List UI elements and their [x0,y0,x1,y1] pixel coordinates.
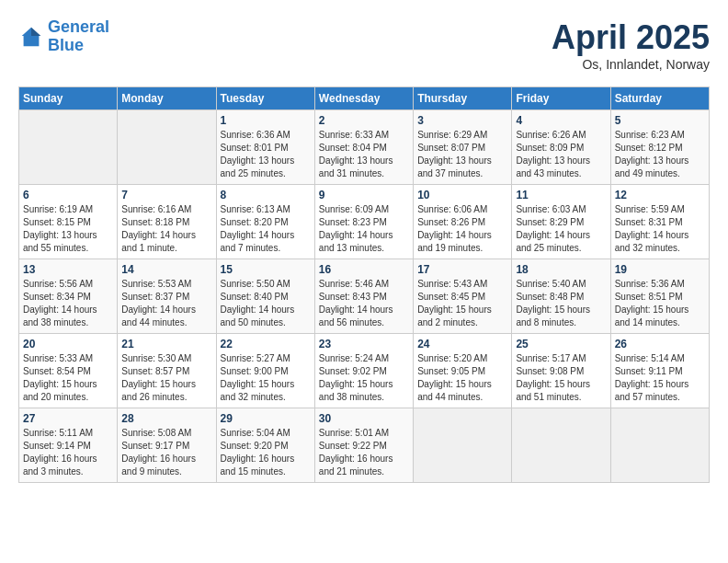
calendar-day [19,110,118,185]
day-info: Sunrise: 5:36 AM Sunset: 8:51 PM Dayligh… [615,278,705,329]
calendar-week-3: 13Sunrise: 5:56 AM Sunset: 8:34 PM Dayli… [19,259,710,334]
calendar-day: 26Sunrise: 5:14 AM Sunset: 9:11 PM Dayli… [610,334,709,408]
calendar-day [414,408,512,483]
logo-general: General [48,17,109,36]
calendar-day: 12Sunrise: 5:59 AM Sunset: 8:31 PM Dayli… [610,185,709,259]
day-number: 20 [23,338,113,350]
day-info: Sunrise: 5:53 AM Sunset: 8:37 PM Dayligh… [121,278,211,329]
day-info: Sunrise: 6:26 AM Sunset: 8:09 PM Dayligh… [516,129,606,180]
day-number: 19 [615,263,705,276]
day-info: Sunrise: 6:06 AM Sunset: 8:26 PM Dayligh… [417,203,507,255]
calendar-day: 27Sunrise: 5:11 AM Sunset: 9:14 PM Dayli… [19,408,118,483]
day-info: Sunrise: 6:16 AM Sunset: 8:18 PM Dayligh… [121,203,211,255]
day-info: Sunrise: 5:50 AM Sunset: 8:40 PM Dayligh… [221,278,311,329]
weekday-header-saturday: Saturday [610,87,709,110]
day-number: 5 [615,114,705,127]
calendar-day: 13Sunrise: 5:56 AM Sunset: 8:34 PM Dayli… [19,259,118,334]
day-info: Sunrise: 5:59 AM Sunset: 8:31 PM Dayligh… [615,203,705,255]
calendar-day: 22Sunrise: 5:27 AM Sunset: 9:00 PM Dayli… [216,334,314,408]
weekday-header-friday: Friday [512,87,610,110]
calendar-table: SundayMondayTuesdayWednesdayThursdayFrid… [18,86,710,483]
calendar-day: 2Sunrise: 6:33 AM Sunset: 8:04 PM Daylig… [314,110,413,185]
weekday-header-monday: Monday [118,87,216,110]
weekday-header-row: SundayMondayTuesdayWednesdayThursdayFrid… [19,87,710,110]
day-number: 14 [121,263,211,276]
day-info: Sunrise: 6:13 AM Sunset: 8:20 PM Dayligh… [221,203,311,255]
calendar-week-4: 20Sunrise: 5:33 AM Sunset: 8:54 PM Dayli… [19,334,710,408]
calendar-day: 14Sunrise: 5:53 AM Sunset: 8:37 PM Dayli… [118,259,216,334]
day-info: Sunrise: 5:24 AM Sunset: 9:02 PM Dayligh… [319,352,409,404]
calendar-day: 10Sunrise: 6:06 AM Sunset: 8:26 PM Dayli… [414,185,512,259]
calendar-day [118,110,216,185]
day-info: Sunrise: 5:43 AM Sunset: 8:45 PM Dayligh… [417,278,507,329]
day-number: 24 [417,338,507,350]
calendar-day: 24Sunrise: 5:20 AM Sunset: 9:05 PM Dayli… [414,334,512,408]
calendar-day: 17Sunrise: 5:43 AM Sunset: 8:45 PM Dayli… [414,259,512,334]
page: General Blue April 2025 Os, Innlandet, N… [0,0,728,501]
calendar-week-5: 27Sunrise: 5:11 AM Sunset: 9:14 PM Dayli… [19,408,710,483]
calendar-day: 3Sunrise: 6:29 AM Sunset: 8:07 PM Daylig… [414,110,512,185]
day-number: 4 [516,114,606,127]
calendar-day: 29Sunrise: 5:04 AM Sunset: 9:20 PM Dayli… [216,408,314,483]
weekday-header-tuesday: Tuesday [216,87,314,110]
calendar-day: 20Sunrise: 5:33 AM Sunset: 8:54 PM Dayli… [19,334,118,408]
weekday-header-sunday: Sunday [19,87,118,110]
calendar-day: 23Sunrise: 5:24 AM Sunset: 9:02 PM Dayli… [314,334,413,408]
day-number: 3 [417,114,507,127]
calendar-day: 15Sunrise: 5:50 AM Sunset: 8:40 PM Dayli… [216,259,314,334]
day-number: 21 [121,338,211,350]
svg-marker-1 [31,28,40,36]
day-info: Sunrise: 5:04 AM Sunset: 9:20 PM Dayligh… [221,427,311,478]
day-info: Sunrise: 5:01 AM Sunset: 9:22 PM Dayligh… [319,427,409,478]
title-block: April 2025 Os, Innlandet, Norway [552,18,710,72]
logo-blue: Blue [48,36,84,54]
day-number: 11 [516,189,606,201]
calendar-day: 8Sunrise: 6:13 AM Sunset: 8:20 PM Daylig… [216,185,314,259]
calendar-day: 9Sunrise: 6:09 AM Sunset: 8:23 PM Daylig… [314,185,413,259]
calendar-day: 5Sunrise: 6:23 AM Sunset: 8:12 PM Daylig… [610,110,709,185]
day-info: Sunrise: 5:33 AM Sunset: 8:54 PM Dayligh… [23,352,113,404]
day-number: 22 [221,338,311,350]
day-info: Sunrise: 6:36 AM Sunset: 8:01 PM Dayligh… [221,129,311,180]
day-info: Sunrise: 6:23 AM Sunset: 8:12 PM Dayligh… [615,129,705,180]
day-info: Sunrise: 6:29 AM Sunset: 8:07 PM Dayligh… [417,129,507,180]
day-number: 23 [319,338,409,350]
day-number: 15 [221,263,311,276]
calendar-day: 25Sunrise: 5:17 AM Sunset: 9:08 PM Dayli… [512,334,610,408]
day-number: 17 [417,263,507,276]
calendar-title: April 2025 [552,18,710,57]
day-info: Sunrise: 5:14 AM Sunset: 9:11 PM Dayligh… [615,352,705,404]
day-number: 13 [23,263,113,276]
day-number: 16 [319,263,409,276]
day-info: Sunrise: 5:30 AM Sunset: 8:57 PM Dayligh… [121,352,211,404]
day-number: 18 [516,263,606,276]
day-info: Sunrise: 6:19 AM Sunset: 8:15 PM Dayligh… [23,203,113,255]
logo-icon [18,24,44,50]
calendar-day: 16Sunrise: 5:46 AM Sunset: 8:43 PM Dayli… [314,259,413,334]
day-number: 26 [615,338,705,350]
calendar-day: 4Sunrise: 6:26 AM Sunset: 8:09 PM Daylig… [512,110,610,185]
calendar-day: 21Sunrise: 5:30 AM Sunset: 8:57 PM Dayli… [118,334,216,408]
calendar-day: 7Sunrise: 6:16 AM Sunset: 8:18 PM Daylig… [118,185,216,259]
day-number: 9 [319,189,409,201]
calendar-day [610,408,709,483]
day-info: Sunrise: 6:09 AM Sunset: 8:23 PM Dayligh… [319,203,409,255]
calendar-day [512,408,610,483]
header: General Blue April 2025 Os, Innlandet, N… [18,18,710,72]
calendar-day: 28Sunrise: 5:08 AM Sunset: 9:17 PM Dayli… [118,408,216,483]
day-number: 28 [121,412,211,425]
calendar-subtitle: Os, Innlandet, Norway [552,57,710,72]
day-number: 27 [23,412,113,425]
calendar-week-2: 6Sunrise: 6:19 AM Sunset: 8:15 PM Daylig… [19,185,710,259]
logo: General Blue [18,18,109,55]
day-info: Sunrise: 5:20 AM Sunset: 9:05 PM Dayligh… [417,352,507,404]
calendar-day: 6Sunrise: 6:19 AM Sunset: 8:15 PM Daylig… [19,185,118,259]
day-number: 30 [319,412,409,425]
calendar-day: 30Sunrise: 5:01 AM Sunset: 9:22 PM Dayli… [314,408,413,483]
day-info: Sunrise: 6:33 AM Sunset: 8:04 PM Dayligh… [319,129,409,180]
day-info: Sunrise: 5:40 AM Sunset: 8:48 PM Dayligh… [516,278,606,329]
day-number: 25 [516,338,606,350]
weekday-header-thursday: Thursday [414,87,512,110]
day-info: Sunrise: 5:27 AM Sunset: 9:00 PM Dayligh… [221,352,311,404]
day-number: 6 [23,189,113,201]
